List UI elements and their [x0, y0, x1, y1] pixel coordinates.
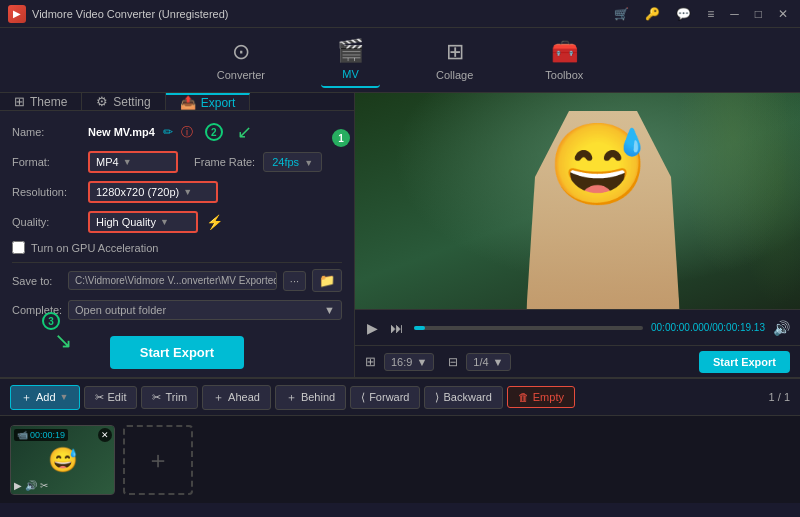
- name-value: New MV.mp4: [88, 126, 155, 138]
- frame-rate-arrow: ▼: [304, 158, 313, 168]
- quality-select[interactable]: High Quality ▼: [88, 211, 198, 233]
- start-export-right-btn[interactable]: Start Export: [699, 351, 790, 373]
- edit-label: Edit: [108, 391, 127, 403]
- nav-mv[interactable]: 🎬 MV: [321, 32, 380, 88]
- main-content: ⊞ Theme ⚙ Setting 📤 Export Name: New MV.…: [0, 93, 800, 377]
- empty-label: Empty: [533, 391, 564, 403]
- converter-icon: ⊙: [232, 39, 250, 65]
- timeline-controls: ▶ 🔊 ✂: [14, 480, 48, 491]
- volume-icon[interactable]: 🔊: [773, 320, 790, 336]
- add-btn[interactable]: ＋ Add ▼: [10, 385, 80, 410]
- complete-row: Complete: Open output folder ▼: [12, 300, 342, 320]
- collage-label: Collage: [436, 69, 473, 81]
- quality-label: Quality:: [12, 216, 80, 228]
- mv-label: MV: [342, 68, 359, 80]
- chat-icon[interactable]: 💬: [672, 5, 695, 23]
- save-to-label: Save to:: [12, 275, 62, 287]
- split-value: 1/4: [473, 356, 488, 368]
- edit-btn[interactable]: ✂ Edit: [84, 386, 138, 409]
- collage-icon: ⊞: [446, 39, 464, 65]
- empty-btn[interactable]: 🗑 Empty: [507, 386, 575, 408]
- tab-setting[interactable]: ⚙ Setting: [82, 93, 165, 110]
- nav-toolbox[interactable]: 🧰 Toolbox: [529, 33, 599, 87]
- edit-icon[interactable]: ✏: [163, 125, 173, 139]
- save-path: C:\Vidmore\Vidmore V...onverter\MV Expor…: [68, 271, 277, 290]
- acceleration-row: Turn on GPU Acceleration: [12, 241, 342, 254]
- format-value: MP4: [96, 156, 119, 168]
- close-icon[interactable]: ✕: [774, 5, 792, 23]
- split-select[interactable]: 1/4 ▼: [466, 353, 510, 371]
- resolution-select[interactable]: 1280x720 (720p) ▼: [88, 181, 218, 203]
- trim-btn[interactable]: ✂ Trim: [141, 386, 198, 409]
- quality-icon[interactable]: ⚡: [206, 214, 223, 230]
- tl-cut-icon[interactable]: ✂: [40, 480, 48, 491]
- format-row: Format: MP4 ▼ Frame Rate: 24fps ▼ 1 ↙: [12, 151, 342, 173]
- progress-bar[interactable]: [414, 326, 643, 330]
- time-display: 00:00:00.000/00:00:19.13: [651, 322, 765, 333]
- behind-btn[interactable]: ＋ Behind: [275, 385, 346, 410]
- title-bar-left: ▶ Vidmore Video Converter (Unregistered): [8, 5, 228, 23]
- forward-btn[interactable]: ⟨ Forward: [350, 386, 420, 409]
- save-row: Save to: C:\Vidmore\Vidmore V...onverter…: [12, 269, 342, 292]
- export-icon: 📤: [180, 95, 196, 110]
- complete-value: Open output folder: [75, 304, 166, 316]
- tl-play-icon[interactable]: ▶: [14, 480, 22, 491]
- title-bar: ▶ Vidmore Video Converter (Unregistered)…: [0, 0, 800, 28]
- timeline-add-icon: ＋: [146, 444, 170, 476]
- export-panel: Name: New MV.mp4 ✏ ⓘ 2 ↙ Format: MP4 ▼ F…: [0, 111, 354, 385]
- quality-row: Quality: High Quality ▼ ⚡: [12, 211, 342, 233]
- start-export-btn-left[interactable]: Start Export: [110, 336, 244, 369]
- mv-icon: 🎬: [337, 38, 364, 64]
- backward-btn[interactable]: ⟩ Backward: [424, 386, 502, 409]
- minimize-icon[interactable]: ─: [726, 5, 743, 23]
- panel-tabs: ⊞ Theme ⚙ Setting 📤 Export: [0, 93, 354, 111]
- nav-collage[interactable]: ⊞ Collage: [420, 33, 489, 87]
- warn-icon: ⓘ: [181, 124, 193, 141]
- menu-icon[interactable]: ≡: [703, 5, 718, 23]
- badge-2: 2: [205, 123, 223, 141]
- timeline-close-btn[interactable]: ✕: [98, 428, 112, 442]
- key-icon[interactable]: 🔑: [641, 5, 664, 23]
- video-controls: ▶ ⏭ 00:00:00.000/00:00:19.13 🔊: [355, 309, 800, 345]
- nav-converter[interactable]: ⊙ Converter: [201, 33, 281, 87]
- cart-icon[interactable]: 🛒: [610, 5, 633, 23]
- app-icon: ▶: [8, 5, 26, 23]
- quality-dropdown-arrow: ▼: [160, 217, 169, 227]
- format-select[interactable]: MP4 ▼: [88, 151, 178, 173]
- arrow-badge3: ↘: [54, 328, 72, 354]
- timeline-add-btn[interactable]: ＋: [123, 425, 193, 495]
- name-label: Name:: [12, 126, 80, 138]
- format-label: Format:: [12, 156, 80, 168]
- backward-icon: ⟩: [435, 391, 439, 404]
- play-btn[interactable]: ▶: [365, 318, 380, 338]
- divider-1: [12, 262, 342, 263]
- right-panel: 😅 ▶ ⏭ 00:00:00.000/00:00:19.13 🔊 ⊞ 16:9 …: [355, 93, 800, 377]
- timeline-item-0[interactable]: 😅 📹 00:00:19 ✕ ▶ 🔊 ✂: [10, 425, 115, 495]
- tab-export-label: Export: [201, 96, 236, 110]
- tab-export[interactable]: 📤 Export: [166, 93, 251, 110]
- folder-icon[interactable]: 📁: [312, 269, 342, 292]
- forward-label: Forward: [369, 391, 409, 403]
- ratio-select[interactable]: 16:9 ▼: [384, 353, 434, 371]
- acceleration-label: Turn on GPU Acceleration: [31, 242, 158, 254]
- add-icon: ＋: [21, 390, 32, 405]
- tab-theme[interactable]: ⊞ Theme: [0, 93, 82, 110]
- theme-grid-icon: ⊞: [14, 94, 25, 109]
- resolution-label: Resolution:: [12, 186, 80, 198]
- split-icon: ⊟: [448, 355, 458, 369]
- res-dropdown-arrow: ▼: [183, 187, 192, 197]
- gpu-checkbox[interactable]: [12, 241, 25, 254]
- complete-select[interactable]: Open output folder ▼: [68, 300, 342, 320]
- trim-label: Trim: [165, 391, 187, 403]
- maximize-icon[interactable]: □: [751, 5, 766, 23]
- toolbox-icon: 🧰: [551, 39, 578, 65]
- tl-audio-icon[interactable]: 🔊: [25, 480, 37, 491]
- save-dots-btn[interactable]: ···: [283, 271, 306, 291]
- tab-theme-label: Theme: [30, 95, 67, 109]
- ratio-value: 16:9: [391, 356, 412, 368]
- format-dropdown-arrow: ▼: [123, 157, 132, 167]
- arrow-down-icon: ↙: [237, 121, 252, 143]
- frame-rate-value[interactable]: 24fps ▼: [263, 152, 322, 172]
- ahead-btn[interactable]: ＋ Ahead: [202, 385, 271, 410]
- skip-btn[interactable]: ⏭: [388, 318, 406, 338]
